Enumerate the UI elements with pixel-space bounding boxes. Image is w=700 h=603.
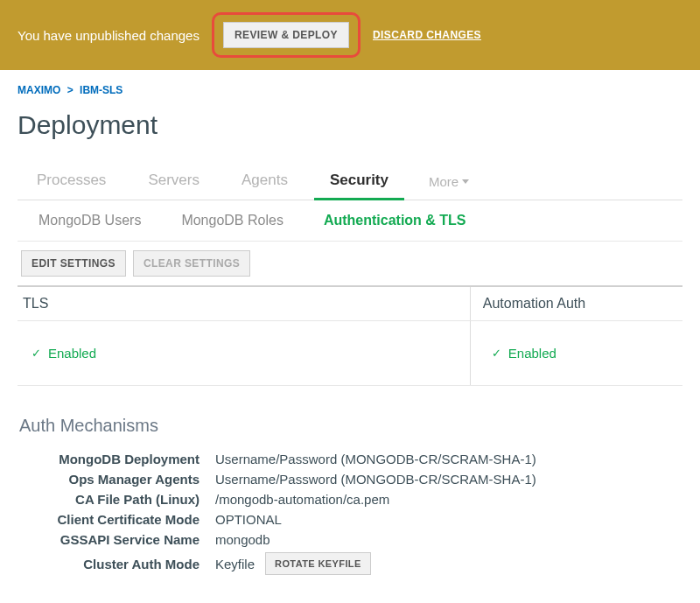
auth-row-value: Username/Password (MONGODB-CR/SCRAM-SHA-… [215, 472, 536, 487]
auth-row: Cluster Auth ModeKeyfileROTATE KEYFILE [18, 552, 682, 575]
edit-settings-button[interactable]: EDIT SETTINGS [21, 250, 126, 277]
auth-row-key: Client Certificate Mode [18, 512, 215, 527]
highlight-annotation: REVIEW & DEPLOY [212, 12, 360, 58]
tab-processes[interactable]: Processes [35, 163, 108, 200]
auth-row-key: Ops Manager Agents [18, 472, 215, 487]
automation-auth-column-header: Automation Auth [483, 296, 677, 312]
auth-row: Ops Manager AgentsUsername/Password (MON… [18, 472, 682, 487]
auth-row: MongoDB DeploymentUsername/Password (MON… [18, 452, 682, 466]
status-header-row: TLS Automation Auth [18, 287, 682, 321]
auth-row-value: KeyfileROTATE KEYFILE [215, 552, 371, 575]
tab-security[interactable]: Security [328, 163, 390, 200]
auth-row: GSSAPI Service Namemongodb [18, 532, 682, 547]
breadcrumb-leaf[interactable]: IBM-SLS [80, 84, 122, 96]
review-deploy-button[interactable]: REVIEW & DEPLOY [223, 22, 349, 48]
auth-mechanisms-list: MongoDB DeploymentUsername/Password (MON… [18, 452, 682, 575]
auth-row-value-text: /mongodb-automation/ca.pem [215, 492, 389, 507]
auth-row-value: Username/Password (MONGODB-CR/SCRAM-SHA-… [215, 452, 536, 466]
status-value-row: ✓ Enabled ✓ Enabled [18, 321, 682, 386]
tls-column-header: TLS [23, 296, 465, 312]
auth-row-value-text: Username/Password (MONGODB-CR/SCRAM-SHA-… [215, 472, 536, 487]
clear-settings-button[interactable]: CLEAR SETTINGS [133, 250, 250, 277]
tls-status-label: Enabled [48, 346, 96, 361]
breadcrumb-root[interactable]: MAXIMO [18, 84, 60, 96]
tab-more[interactable]: More [429, 174, 469, 189]
automation-auth-status-label: Enabled [508, 346, 556, 361]
banner-message: You have unpublished changes [18, 28, 200, 43]
auth-row-key: MongoDB Deployment [18, 452, 215, 466]
security-subtabs: MongoDB Users MongoDB Roles Authenticati… [18, 200, 682, 242]
auth-row-key: Cluster Auth Mode [18, 557, 215, 571]
automation-auth-status: ✓ Enabled [483, 330, 556, 376]
subtab-auth-tls[interactable]: Authentication & TLS [324, 213, 466, 228]
tab-servers[interactable]: Servers [146, 163, 201, 200]
breadcrumb-separator: > [67, 84, 74, 96]
check-icon: ✓ [32, 347, 41, 360]
chevron-down-icon [462, 179, 469, 184]
tls-status: ✓ Enabled [23, 330, 96, 376]
discard-changes-link[interactable]: DISCARD CHANGES [373, 29, 481, 41]
auth-mechanisms-heading: Auth Mechanisms [19, 416, 682, 436]
auth-row-value-text: Username/Password (MONGODB-CR/SCRAM-SHA-… [215, 452, 536, 466]
primary-tabs: Processes Servers Agents Security More [18, 163, 682, 200]
auth-row: Client Certificate ModeOPTIONAL [18, 512, 682, 527]
auth-row: CA File Path (Linux)/mongodb-automation/… [18, 492, 682, 507]
auth-row-key: CA File Path (Linux) [18, 492, 215, 507]
tab-more-label: More [429, 174, 458, 189]
subtab-mongodb-roles[interactable]: MongoDB Roles [181, 213, 284, 228]
auth-row-value-text: Keyfile [215, 557, 255, 571]
subtab-mongodb-users[interactable]: MongoDB Users [38, 213, 141, 228]
check-icon: ✓ [492, 347, 501, 360]
rotate-keyfile-button[interactable]: ROTATE KEYFILE [265, 552, 371, 575]
auth-row-value-text: OPTIONAL [215, 512, 282, 527]
auth-row-value-text: mongodb [215, 532, 270, 547]
auth-row-key: GSSAPI Service Name [18, 532, 215, 547]
auth-row-value: OPTIONAL [215, 512, 282, 527]
page-title: Deployment [18, 110, 682, 140]
breadcrumb: MAXIMO > IBM-SLS [18, 70, 682, 107]
unpublished-changes-banner: You have unpublished changes REVIEW & DE… [0, 0, 700, 70]
settings-action-row: EDIT SETTINGS CLEAR SETTINGS [18, 242, 682, 287]
auth-row-value: /mongodb-automation/ca.pem [215, 492, 389, 507]
auth-row-value: mongodb [215, 532, 270, 547]
tab-agents[interactable]: Agents [240, 163, 290, 200]
